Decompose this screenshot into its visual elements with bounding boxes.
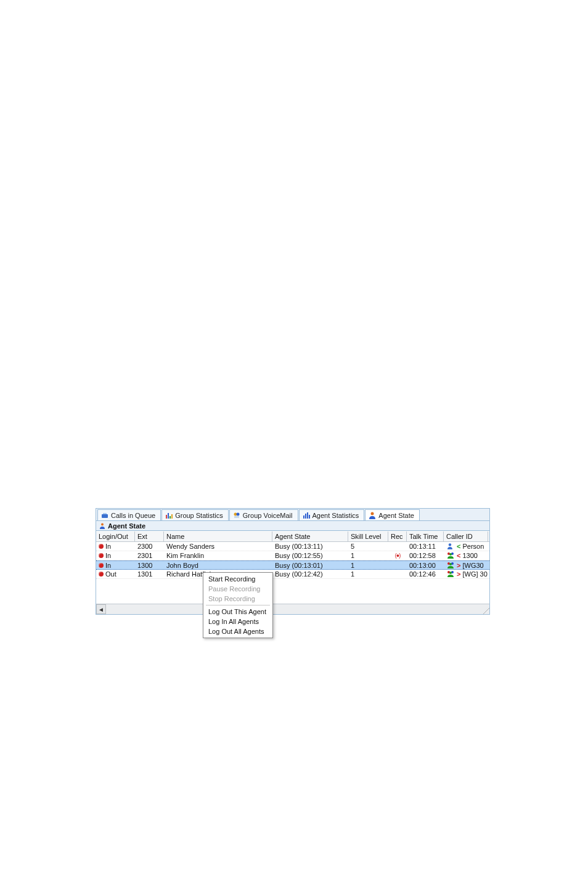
voicemail-icon bbox=[232, 511, 241, 520]
col-header-rec[interactable]: Rec bbox=[388, 531, 407, 541]
subheader-label: Agent State bbox=[108, 522, 145, 530]
svg-rect-2 bbox=[166, 515, 167, 519]
svg-rect-9 bbox=[303, 515, 304, 519]
ext: 2301 bbox=[137, 552, 152, 559]
horizontal-scrollbar: ◄ bbox=[96, 604, 489, 614]
col-header-login[interactable]: Login/Out bbox=[96, 531, 135, 541]
status-dot-icon bbox=[99, 553, 104, 558]
svg-point-21 bbox=[449, 563, 452, 565]
menu-separator bbox=[206, 605, 270, 605]
table-row[interactable]: In 2301 Kim Franklin Busy (00:12:55) 1 (… bbox=[96, 551, 489, 560]
agent-state-panel: Calls in Queue Group Statistics Group Vo… bbox=[96, 508, 490, 615]
arrow-in-icon: < bbox=[457, 552, 460, 559]
queue-icon bbox=[100, 511, 109, 520]
svg-rect-1 bbox=[103, 513, 107, 514]
tab-group-voicemail[interactable]: Group VoiceMail bbox=[229, 509, 298, 520]
group-icon bbox=[446, 552, 455, 559]
menu-logout-all-agents[interactable]: Log Out All Agents bbox=[203, 626, 272, 636]
arrow-out-icon: > bbox=[457, 562, 460, 569]
caller-id: 1300 bbox=[462, 552, 477, 559]
svg-rect-8 bbox=[234, 516, 239, 518]
col-header-ext[interactable]: Ext bbox=[135, 531, 164, 541]
skill-level: 1 bbox=[351, 552, 354, 559]
svg-rect-12 bbox=[309, 515, 310, 519]
login-state: In bbox=[105, 543, 111, 550]
tab-agent-statistics[interactable]: Agent Statistics bbox=[299, 509, 365, 520]
svg-rect-0 bbox=[102, 514, 108, 518]
agent-name: Wendy Sanders bbox=[166, 543, 214, 550]
svg-point-24 bbox=[449, 572, 452, 574]
col-header-name[interactable]: Name bbox=[164, 531, 272, 541]
svg-rect-5 bbox=[171, 514, 173, 519]
group-icon bbox=[446, 562, 455, 569]
table-header: Login/Out Ext Name Agent State Skill Lev… bbox=[96, 531, 489, 542]
svg-rect-10 bbox=[305, 514, 306, 519]
agent-state: Busy (00:12:55) bbox=[275, 552, 323, 559]
tab-bar: Calls in Queue Group Statistics Group Vo… bbox=[96, 509, 489, 521]
svg-point-18 bbox=[449, 553, 452, 556]
panel-subheader: Agent State bbox=[96, 521, 489, 531]
group-icon bbox=[446, 570, 455, 578]
scroll-track[interactable] bbox=[106, 604, 480, 614]
agent-icon bbox=[368, 511, 377, 520]
context-menu: Start Recording Pause Recording Stop Rec… bbox=[203, 572, 273, 638]
svg-point-15 bbox=[449, 543, 451, 546]
scroll-left-button[interactable]: ◄ bbox=[96, 604, 106, 614]
talk-time: 00:12:46 bbox=[409, 570, 436, 578]
svg-rect-4 bbox=[169, 516, 171, 519]
arrow-out-icon: > bbox=[457, 570, 460, 578]
arrow-in-icon: < bbox=[457, 543, 460, 550]
bar-chart-icon bbox=[302, 511, 311, 520]
table-row[interactable]: Out 1301 Richard Hatfiel Busy (00:12:42)… bbox=[96, 570, 489, 579]
col-header-state[interactable]: Agent State bbox=[272, 531, 348, 541]
skill-level: 1 bbox=[351, 570, 354, 578]
person-icon bbox=[446, 543, 455, 550]
svg-point-14 bbox=[101, 523, 104, 525]
table-row[interactable]: In 1300 John Boyd Busy (00:13:01) 1 00:1… bbox=[96, 560, 489, 570]
menu-stop-recording: Stop Recording bbox=[203, 594, 272, 604]
agent-state: Busy (00:13:11) bbox=[275, 543, 323, 550]
skill-level: 5 bbox=[351, 543, 354, 550]
col-header-talk[interactable]: Talk Time bbox=[407, 531, 444, 541]
agent-name: John Boyd bbox=[166, 562, 198, 569]
agent-state: Busy (00:12:42) bbox=[275, 570, 323, 578]
tab-calls-in-queue[interactable]: Calls in Queue bbox=[97, 509, 161, 520]
talk-time: 00:13:00 bbox=[409, 562, 436, 569]
tab-agent-state[interactable]: Agent State bbox=[365, 509, 420, 520]
svg-point-7 bbox=[236, 512, 239, 515]
agent-state: Busy (00:13:01) bbox=[275, 562, 323, 569]
status-dot-icon bbox=[99, 563, 104, 568]
skill-level: 1 bbox=[351, 562, 354, 569]
ext: 1300 bbox=[137, 562, 152, 569]
talk-time: 00:12:58 bbox=[409, 552, 436, 559]
table-body: In 2300 Wendy Sanders Busy (00:13:11) 5 … bbox=[96, 542, 489, 604]
status-dot-icon bbox=[99, 544, 104, 549]
agent-name: Kim Franklin bbox=[166, 552, 204, 559]
caller-id: Person bbox=[462, 543, 484, 550]
login-state: In bbox=[105, 562, 111, 569]
tab-label: Agent Statistics bbox=[312, 512, 359, 519]
menu-logout-this-agent[interactable]: Log Out This Agent bbox=[203, 607, 272, 617]
ext: 2300 bbox=[137, 543, 152, 550]
col-header-cid[interactable]: Caller ID bbox=[444, 531, 488, 541]
bar-chart-icon bbox=[165, 511, 173, 520]
col-header-skill[interactable]: Skill Level bbox=[348, 531, 388, 541]
svg-point-13 bbox=[371, 512, 374, 515]
menu-start-recording[interactable]: Start Recording bbox=[203, 574, 272, 584]
tab-label: Group VoiceMail bbox=[243, 512, 293, 519]
tab-label: Calls in Queue bbox=[111, 512, 155, 519]
tab-label: Agent State bbox=[378, 512, 414, 519]
resize-grip-icon[interactable] bbox=[480, 604, 489, 614]
tab-label: Group Statistics bbox=[175, 512, 223, 519]
status-dot-icon bbox=[99, 572, 104, 577]
menu-login-all-agents[interactable]: Log In All Agents bbox=[203, 617, 272, 626]
talk-time: 00:13:11 bbox=[409, 543, 436, 550]
caller-id: [WG] 30 bbox=[462, 570, 487, 578]
caller-id: [WG30 bbox=[462, 562, 483, 569]
svg-rect-3 bbox=[168, 513, 169, 519]
menu-pause-recording: Pause Recording bbox=[203, 584, 272, 594]
login-state: In bbox=[105, 552, 111, 559]
tab-group-statistics[interactable]: Group Statistics bbox=[161, 509, 229, 520]
ext: 1301 bbox=[137, 570, 152, 578]
table-row[interactable]: In 2300 Wendy Sanders Busy (00:13:11) 5 … bbox=[96, 542, 489, 551]
